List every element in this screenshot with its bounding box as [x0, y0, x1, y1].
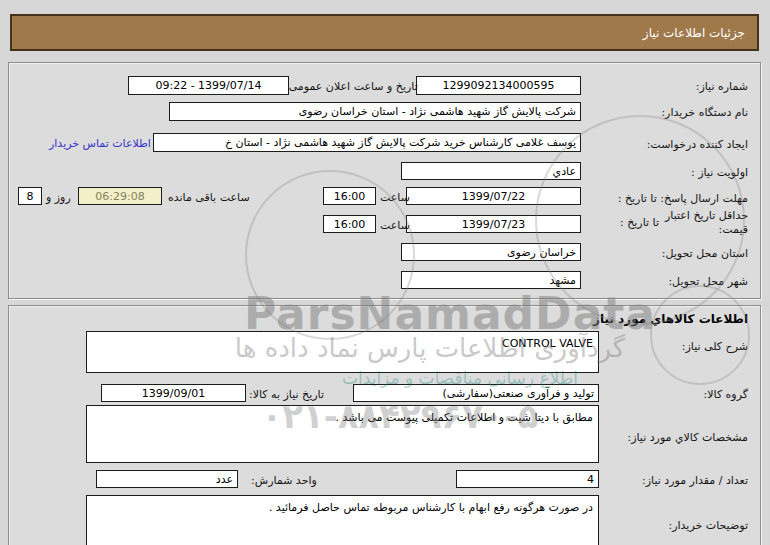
price-validity-label-main: حداقل تاریخ اعتبار قیمت:: [665, 209, 748, 237]
quantity-label: تعداد / مقدار مورد نیاز:: [642, 474, 748, 488]
buyer-notes-field[interactable]: در صورت هرگونه رفع ابهام با کارشناس مربو…: [86, 495, 599, 545]
general-description-label: شرح کلی نیاز:: [682, 340, 748, 354]
province-field[interactable]: خراسان رضوی: [401, 243, 581, 261]
price-validity-label: حداقل تاریخ اعتبار قیمت: تا تاریخ :: [620, 209, 748, 237]
announce-datetime-label: تاریخ و ساعت اعلان عمومی:: [285, 80, 418, 94]
need-number-field[interactable]: 1299092134000595: [416, 76, 581, 95]
quantity-field[interactable]: 4: [456, 470, 599, 488]
price-validity-until-label: تا تاریخ :: [620, 216, 659, 230]
buyer-contact-link[interactable]: اطلاعات تماس خریدار: [49, 137, 151, 150]
specs-label: مشخصات کالاي مورد نیاز:: [627, 431, 748, 445]
goods-group-label: گروه کالا:: [704, 388, 748, 402]
general-description-field[interactable]: CONTROL VALVE: [86, 331, 599, 373]
countdown-timer: 06:29:08: [78, 187, 162, 205]
deadline-date-field[interactable]: 1399/07/22: [406, 187, 581, 205]
specs-field[interactable]: مطابق با دیتا شیت و اطلاعات تکمیلی پیوست…: [86, 405, 599, 463]
city-field[interactable]: مشهد: [401, 271, 581, 289]
deadline-time-field[interactable]: 16:00: [323, 187, 376, 205]
city-label: شهر محل تحویل:: [668, 275, 748, 289]
buyer-org-label: نام دستگاه خریدار:: [661, 106, 748, 120]
priority-label: اولویت نیاز :: [691, 166, 748, 180]
price-validity-hour-label: ساعت: [380, 219, 410, 233]
days-and-label: روز و: [46, 191, 71, 205]
creator-label: ایجاد کننده درخواست:: [647, 138, 748, 152]
announce-datetime-field[interactable]: 09:22 - 1399/07/14: [128, 76, 289, 95]
goods-group-field[interactable]: تولید و فرآوری صنعتی(سفارشی): [353, 384, 599, 402]
need-number-label: شماره نیاز:: [696, 80, 748, 94]
goods-section-header: اطلاعات کالاهاي مورد نیاز: [593, 312, 748, 326]
title-bar: جزئیات اطلاعات نیاز: [10, 14, 759, 51]
need-info-panel: شماره نیاز: نام دستگاه خریدار: ایجاد کنن…: [8, 62, 761, 299]
need-date-label: تاریخ نیاز به کالا:: [249, 388, 324, 402]
buyer-org-field[interactable]: شرکت پالایش گاز شهید هاشمی نژاد - استان …: [169, 102, 581, 121]
buyer-notes-label: توضیحات خریدار:: [669, 519, 749, 533]
price-validity-date-field[interactable]: 1399/07/23: [406, 215, 581, 233]
count-unit-label: واحد شمارش:: [251, 474, 317, 488]
goods-info-panel: اطلاعات کالاهاي مورد نیاز شرح کلی نیاز: …: [8, 305, 761, 545]
price-validity-time-field[interactable]: 16:00: [323, 215, 376, 233]
need-details-page: جزئیات اطلاعات نیاز شماره نیاز: نام دستگ…: [0, 0, 770, 545]
need-date-field[interactable]: 1399/09/01: [101, 384, 246, 402]
hours-remaining-label: ساعت باقی مانده: [168, 191, 250, 205]
count-unit-field[interactable]: عدد: [96, 470, 238, 488]
page-title: جزئیات اطلاعات نیاز: [643, 26, 745, 40]
priority-field[interactable]: عادي: [401, 162, 581, 180]
creator-field[interactable]: یوسف غلامی کارشناس خرید شرکت پالایش گاز …: [153, 133, 581, 152]
deadline-label: مهلت ارسال پاسخ: تا تاریخ :: [618, 192, 748, 206]
deadline-hour-label: ساعت: [380, 191, 410, 205]
remaining-days-field[interactable]: 8: [18, 187, 42, 205]
province-label: استان محل تحویل:: [662, 247, 748, 261]
